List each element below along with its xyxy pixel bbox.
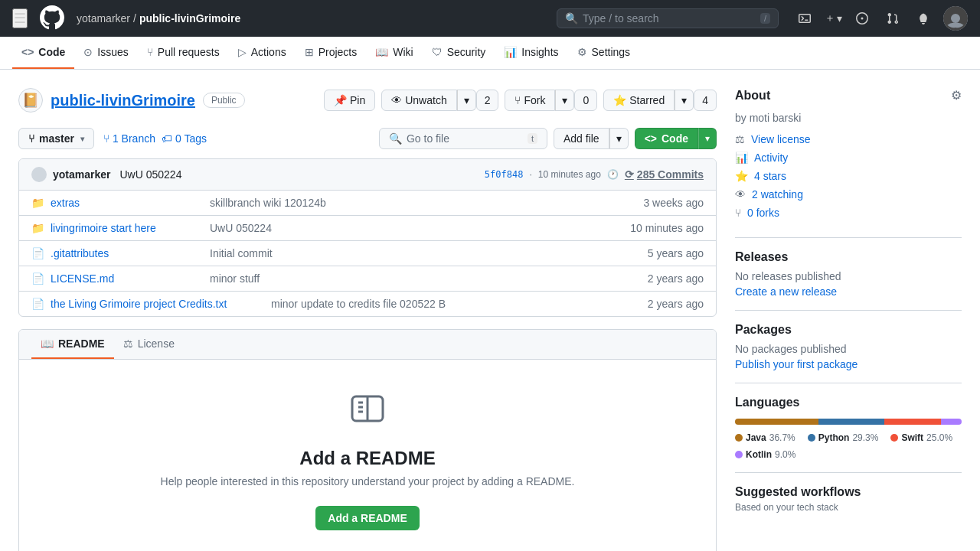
- packages-title: Packages: [735, 323, 962, 337]
- fork-count[interactable]: 0: [574, 90, 597, 111]
- repo-title[interactable]: public-livinGrimoire: [51, 92, 195, 109]
- nav-pullrequests[interactable]: ⑂ Pull requests: [138, 37, 229, 69]
- forks-link[interactable]: ⑂ 0 forks: [735, 207, 962, 219]
- nav-actions[interactable]: ▷ Actions: [229, 37, 296, 69]
- commit-hash[interactable]: 5f0f848: [485, 169, 524, 180]
- packages-empty: No packages published: [735, 343, 962, 355]
- add-file-caret[interactable]: ▾: [609, 128, 629, 149]
- license-tab-label: License: [138, 337, 175, 350]
- license-tab[interactable]: ⚖ License: [114, 330, 184, 359]
- commit-header: yotamarker UwU 050224 5f0f848 · 10 minut…: [19, 159, 716, 191]
- file-time-living: 10 minutes ago: [604, 222, 704, 234]
- breadcrumb: yotamarker / public-livinGrimoire: [77, 12, 240, 24]
- breadcrumb-owner[interactable]: yotamarker: [77, 12, 130, 24]
- forks-icon: ⑂: [735, 207, 741, 219]
- file-name-living[interactable]: livingrimoire start here: [51, 222, 204, 234]
- breadcrumb-repo[interactable]: public-livinGrimoire: [139, 12, 240, 24]
- nav-insights-label: Insights: [521, 46, 558, 58]
- branch-selector[interactable]: ⑂ master ▾: [18, 128, 94, 149]
- add-readme-button[interactable]: Add a README: [315, 506, 419, 530]
- watch-icon: 👁: [391, 94, 402, 106]
- branch-meta-icon: ⑂: [103, 132, 109, 145]
- language-bar: [735, 419, 962, 425]
- lang-item-python[interactable]: Python 29.3%: [808, 432, 879, 443]
- repo-title-section: 📔 public-livinGrimoire Public: [18, 88, 245, 112]
- lang-item-kotlin[interactable]: Kotlin 9.0%: [735, 449, 795, 460]
- watch-btn-group: 👁 Unwatch ▾ 2: [381, 90, 498, 111]
- file-row: 📁 livingrimoire start here UwU 050224 10…: [19, 216, 716, 241]
- watch-caret-button[interactable]: ▾: [457, 90, 476, 111]
- file-row: 📁 extras skillbranch wiki 120124b 3 week…: [19, 191, 716, 216]
- code-caret-button[interactable]: ▾: [698, 128, 717, 149]
- watch-button[interactable]: 👁 Unwatch: [381, 90, 456, 111]
- nav-settings[interactable]: ⚙ Settings: [568, 37, 640, 69]
- file-doc-icon: 📄: [31, 247, 44, 259]
- commits-history-icon: ⟳: [625, 168, 634, 181]
- fork-button[interactable]: ⑂ Fork: [505, 90, 555, 111]
- file-commit-gitattr: Initial commit: [210, 247, 598, 259]
- issues-nav-icon: ⊙: [83, 46, 93, 58]
- fork-caret-button[interactable]: ▾: [555, 90, 574, 111]
- hamburger-button[interactable]: ☰: [12, 8, 28, 28]
- search-box[interactable]: 🔍 /: [557, 8, 779, 28]
- visibility-badge: Public: [203, 93, 245, 108]
- pin-button[interactable]: 📌 Pin: [324, 90, 375, 111]
- activity-label: Activity: [754, 152, 788, 164]
- stars-label: 4 stars: [754, 170, 786, 182]
- nav-wiki[interactable]: 📖 Wiki: [366, 37, 422, 69]
- nav-security[interactable]: 🛡 Security: [423, 37, 495, 69]
- star-button[interactable]: ⭐ Starred: [603, 90, 675, 111]
- watchers-link[interactable]: 👁 2 watching: [735, 188, 962, 201]
- branches-link[interactable]: ⑂ 1 Branch: [103, 132, 155, 145]
- nav-issues[interactable]: ⊙ Issues: [74, 37, 137, 69]
- issues-button[interactable]: [851, 8, 873, 29]
- code-btn-group: <> Code ▾: [635, 128, 717, 149]
- nav-code[interactable]: <> Code: [12, 37, 74, 69]
- navbar: ☰ yotamarker / public-livinGrimoire 🔍 / …: [0, 0, 980, 37]
- about-gear-button[interactable]: ⚙: [951, 88, 962, 103]
- branch-meta: ⑂ 1 Branch 🏷 0 Tags: [103, 132, 207, 145]
- activity-link[interactable]: 📊 Activity: [735, 152, 962, 164]
- star-count[interactable]: 4: [694, 90, 717, 111]
- avatar[interactable]: [943, 6, 968, 31]
- file-name-extras[interactable]: extras: [51, 197, 204, 209]
- file-name-license[interactable]: LICENSE.md: [51, 272, 204, 285]
- add-file-group: Add file ▾: [554, 128, 629, 149]
- readme-tab[interactable]: 📖 README: [31, 330, 114, 359]
- code-button[interactable]: <> Code: [635, 128, 698, 149]
- nav-settings-label: Settings: [592, 46, 631, 58]
- github-logo[interactable]: [40, 5, 64, 32]
- caret-icon: ▾: [837, 12, 842, 24]
- main-container: 📔 public-livinGrimoire Public 📌 Pin 👁 Un…: [6, 70, 974, 551]
- nav-insights[interactable]: 📊 Insights: [495, 37, 567, 69]
- pullrequests-button[interactable]: [882, 8, 903, 29]
- lang-dot-swift: [890, 434, 898, 442]
- lang-item-swift[interactable]: Swift 25.0%: [890, 432, 952, 443]
- view-license-link[interactable]: ⚖ View license: [735, 133, 962, 145]
- add-file-button[interactable]: Add file: [554, 128, 609, 149]
- publish-package-link[interactable]: Publish your first package: [735, 358, 858, 370]
- readme-content: Add a README Help people interested in t…: [19, 360, 716, 551]
- commits-link[interactable]: ⟳ 285 Commits: [625, 168, 704, 181]
- lang-dot-java: [735, 434, 743, 442]
- lang-item-java[interactable]: Java 36.7%: [735, 432, 795, 443]
- readme-book-icon: [31, 390, 704, 435]
- create-release-link[interactable]: Create a new release: [735, 285, 837, 298]
- tags-link[interactable]: 🏷 0 Tags: [162, 132, 207, 145]
- star-caret-button[interactable]: ▾: [675, 90, 694, 111]
- file-name-credits[interactable]: the Living Grimoire project Credits.txt: [51, 298, 265, 310]
- nav-projects[interactable]: ⊞ Projects: [296, 37, 367, 69]
- add-button[interactable]: ＋ ▾: [825, 11, 842, 25]
- search-input[interactable]: [583, 12, 756, 24]
- file-name-gitattributes[interactable]: .gitattributes: [51, 247, 204, 259]
- lang-dot-python: [808, 434, 815, 442]
- commit-author-name[interactable]: yotamarker: [53, 168, 111, 181]
- readme-tab-icon: 📖: [41, 337, 54, 350]
- goto-file-button[interactable]: 🔍 Go to file t: [379, 128, 547, 149]
- notifications-button[interactable]: [913, 8, 934, 29]
- divider-3: [735, 383, 962, 383]
- terminal-button[interactable]: [794, 8, 815, 29]
- file-table: yotamarker UwU 050224 5f0f848 · 10 minut…: [18, 158, 717, 317]
- watch-count[interactable]: 2: [476, 90, 499, 111]
- stars-link[interactable]: ⭐ 4 stars: [735, 170, 962, 182]
